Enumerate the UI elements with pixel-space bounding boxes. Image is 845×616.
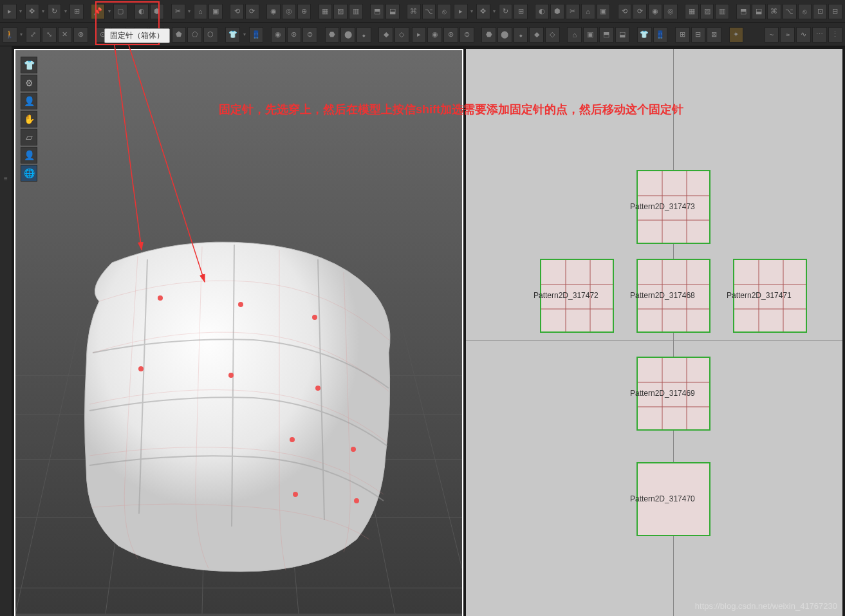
gear-icon[interactable]: ⚙ [21, 75, 37, 91]
tool-icon[interactable]: ▥ [349, 4, 363, 19]
tool-icon[interactable]: ▦ [319, 4, 333, 19]
tool-icon[interactable]: ⬓ [385, 4, 400, 19]
avatar-icon[interactable]: 👤 [21, 93, 37, 109]
globe-icon[interactable]: 🌐 [21, 165, 37, 182]
tool-icon[interactable]: ▣ [597, 4, 611, 19]
viewport-3d[interactable]: 👕 ⚙ 👤 ✋ ▱ 👤 🌐 [14, 49, 463, 616]
tool-icon[interactable]: ◐ [135, 4, 149, 19]
tool-icon[interactable]: ▸ [454, 4, 468, 19]
dropdown-icon[interactable]: ▾ [492, 4, 497, 19]
walk-icon[interactable]: 🚶 [3, 27, 17, 42]
tool-icon[interactable]: ∿ [796, 27, 811, 42]
tool-icon[interactable]: ▨ [700, 4, 714, 19]
tool-icon[interactable]: ⊜ [460, 27, 474, 42]
scale-tool-icon[interactable]: ⊞ [70, 4, 84, 19]
tool-icon[interactable]: ✂ [171, 4, 185, 19]
tool-icon[interactable]: ⌂ [194, 4, 208, 19]
dropdown-icon[interactable]: ▾ [187, 4, 192, 19]
rotate-tool-icon[interactable]: ↻ [48, 4, 62, 19]
tool-icon[interactable]: ⋯ [812, 27, 827, 42]
tool-icon[interactable]: ⊞ [514, 4, 528, 19]
dropdown-icon[interactable]: ▾ [19, 27, 24, 42]
tool-icon[interactable]: ⌥ [783, 4, 797, 19]
tool-icon[interactable]: ◐ [535, 4, 549, 19]
tool-icon[interactable]: ⤡ [42, 27, 57, 42]
tool-icon[interactable]: ◉ [271, 27, 286, 42]
tool-icon[interactable]: ◇ [545, 27, 560, 42]
tool-icon[interactable]: ⌂ [567, 27, 582, 42]
tool-icon[interactable]: ⊟ [691, 27, 706, 42]
tool-icon[interactable]: ⊛ [287, 27, 302, 42]
tool-icon[interactable]: 👕 [637, 27, 652, 42]
tool-icon[interactable]: ⊠ [707, 27, 721, 42]
tool-icon[interactable]: 👖 [653, 27, 668, 42]
tool-icon[interactable]: ⊕ [297, 4, 311, 19]
tool-icon[interactable]: ⬒ [370, 4, 384, 19]
tool-icon[interactable]: ⬣ [325, 27, 340, 42]
tool-icon[interactable]: ⬓ [615, 27, 630, 42]
viewport-2d[interactable]: Pattern2D_317473Pattern2D_317472Pattern2… [466, 49, 842, 616]
dropdown-icon[interactable]: ▾ [18, 4, 24, 19]
tool-icon[interactable]: ⊛ [443, 27, 458, 42]
tool-icon[interactable]: ▣ [583, 27, 598, 42]
tool-icon[interactable]: ⎋ [798, 4, 812, 19]
plane-icon[interactable]: ▱ [21, 129, 37, 145]
tool-icon[interactable]: ◉ [427, 27, 442, 42]
dropdown-icon[interactable]: ▾ [62, 4, 68, 19]
hand-icon[interactable]: ✋ [21, 111, 37, 127]
tool-icon[interactable]: ⬥ [357, 27, 371, 42]
tool-icon[interactable]: ⬣ [481, 27, 496, 42]
shirt-icon[interactable]: 👕 [21, 57, 37, 73]
tool-icon[interactable]: ⊜ [302, 27, 317, 42]
tool-icon[interactable]: ⬒ [599, 27, 614, 42]
tool-icon[interactable]: ◉ [266, 4, 281, 19]
tool-icon[interactable]: ✦ [729, 27, 744, 42]
tool-icon[interactable]: ⌥ [422, 4, 436, 19]
tool-icon[interactable]: ⬡ [203, 27, 218, 42]
dropdown-icon[interactable]: ▾ [106, 4, 112, 19]
tool-icon[interactable]: ⎋ [437, 4, 451, 19]
tool-icon[interactable]: ✕ [58, 27, 73, 42]
tool-icon[interactable]: ◆ [378, 27, 393, 42]
tool-icon[interactable]: ✥ [476, 4, 490, 19]
dropdown-icon[interactable]: ▾ [41, 4, 46, 19]
tool-icon[interactable]: ~ [765, 27, 779, 42]
tool-icon[interactable]: ⬢ [550, 4, 564, 19]
tool-icon[interactable]: ◇ [395, 27, 409, 42]
tool-icon[interactable]: ⊗ [73, 27, 88, 42]
tool-icon[interactable]: ⤢ [26, 27, 41, 42]
dropdown-icon[interactable]: ▾ [469, 4, 475, 19]
tool-icon[interactable]: ▸ [412, 27, 427, 42]
tool-icon[interactable]: ⌘ [407, 4, 421, 19]
tool-icon[interactable]: ⬤ [497, 27, 512, 42]
tool-icon[interactable]: ⬢ [150, 4, 164, 19]
tool-icon[interactable]: ⬥ [514, 27, 528, 42]
dropdown-icon[interactable]: ▾ [241, 27, 247, 42]
head-icon[interactable]: 👤 [21, 147, 37, 163]
tool-icon[interactable]: ◎ [282, 4, 296, 19]
tool-icon[interactable]: ⌘ [767, 4, 781, 19]
pin-tool-icon[interactable]: 📌 [91, 4, 105, 19]
box-tool-icon[interactable]: ▢ [113, 4, 127, 19]
tool-icon[interactable]: ⬤ [340, 27, 355, 42]
tool-icon[interactable]: ⋮ [828, 27, 843, 42]
tool-icon[interactable]: ⊞ [675, 27, 690, 42]
tool-icon[interactable]: ⟳ [245, 4, 259, 19]
tool-icon[interactable]: 👕 [225, 27, 240, 42]
tool-icon[interactable]: ≈ [780, 27, 795, 42]
tool-icon[interactable]: ⟲ [230, 4, 244, 19]
tool-icon[interactable]: ⬠ [187, 27, 202, 42]
tool-icon[interactable]: ⬒ [736, 4, 750, 19]
tool-icon[interactable]: ▦ [685, 4, 699, 19]
tool-icon[interactable]: ▨ [333, 4, 348, 19]
select-tool-icon[interactable]: ▸ [3, 4, 17, 19]
tool-icon[interactable]: ↻ [499, 4, 513, 19]
tool-icon[interactable]: 👖 [249, 27, 264, 42]
tool-icon[interactable]: ⟲ [618, 4, 632, 19]
tool-icon[interactable]: ⬟ [172, 27, 187, 42]
tool-icon[interactable]: ⟳ [633, 4, 647, 19]
tool-icon[interactable]: ⌂ [581, 4, 595, 19]
tool-icon[interactable]: ⊟ [828, 4, 842, 19]
tool-icon[interactable]: ▣ [209, 4, 223, 19]
tool-icon[interactable]: ✂ [566, 4, 580, 19]
